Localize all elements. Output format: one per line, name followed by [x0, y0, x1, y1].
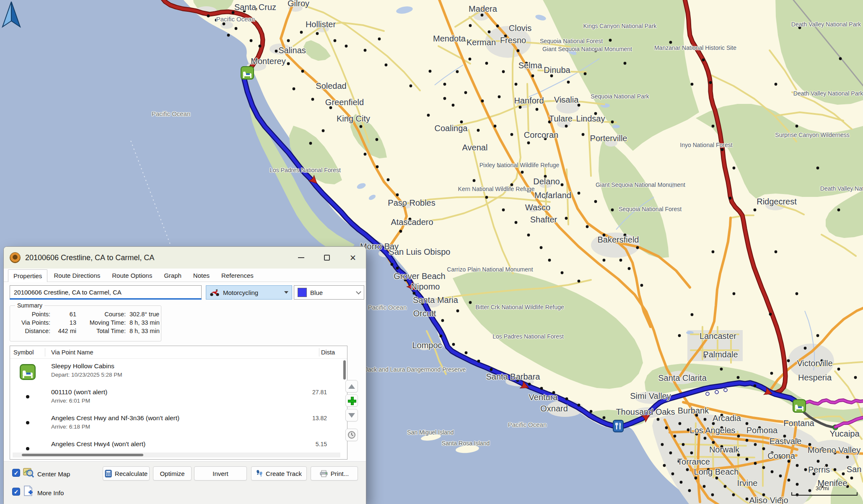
map-label: Inyo National Forest — [680, 142, 732, 148]
route-color-select[interactable]: Blue — [294, 285, 364, 300]
chevron-down-icon — [356, 289, 361, 295]
map-label: Pacific Ocean — [368, 304, 407, 311]
print-label: Print... — [331, 470, 349, 477]
summary-cell: Distance: — [10, 327, 50, 335]
more-info-checkbox[interactable]: ✓ — [12, 488, 20, 496]
activity-profile-select[interactable]: Motorcycling — [206, 285, 292, 300]
create-track-button[interactable]: Create Track — [251, 466, 307, 481]
up-arrow-icon — [348, 384, 355, 389]
move-up-button[interactable] — [345, 380, 358, 393]
close-button[interactable]: ✕ — [340, 247, 366, 269]
summary-cell: 13 — [50, 318, 76, 327]
center-map-checkbox[interactable]: ✓ — [12, 469, 20, 477]
restaurant-waypoint-icon[interactable] — [613, 420, 624, 432]
map-label: Mcfarland — [534, 191, 571, 200]
move-down-button[interactable] — [345, 409, 358, 421]
map-label: Kern National Wildlife Refuge — [458, 186, 535, 192]
tab-route-options[interactable]: Route Options — [106, 269, 158, 282]
horizontal-scrollbar-thumb[interactable] — [22, 454, 143, 456]
recalculate-button[interactable]: Recalculate — [103, 466, 150, 481]
tab-references[interactable]: References — [216, 269, 259, 282]
scale-line — [791, 492, 858, 496]
vertical-scrollbar[interactable] — [343, 360, 346, 380]
map-label: Avenal — [462, 143, 488, 152]
minimize-button[interactable] — [288, 247, 314, 269]
map-label: Madera — [469, 4, 497, 14]
map-label: Kings Canyon National Park — [583, 23, 656, 29]
via-point-row[interactable]: Sleepy Hollow CabinsDepart: 10/23/2025 5… — [10, 359, 347, 385]
time-button[interactable] — [345, 429, 358, 441]
lodging-waypoint-icon[interactable] — [793, 399, 806, 413]
map-label: Torrance — [677, 457, 710, 467]
dialog-titlebar[interactable]: 20100606 Crestline, CA to Carmel, CA ✕ — [4, 247, 366, 269]
map-label: Aliso Viejo — [749, 496, 788, 504]
via-point-name: Angeles Crest Hwy4 (won't alert) — [51, 440, 347, 448]
print-button[interactable]: Print... — [311, 466, 358, 481]
tab-notes[interactable]: Notes — [188, 269, 215, 282]
map-label: Orcutt — [413, 309, 436, 318]
map-label: Paso Robles — [388, 198, 435, 208]
via-point-row[interactable]: 001110 (won't alert)Arrive: 6:01 PM27.81 — [10, 385, 347, 411]
maximize-icon — [324, 255, 330, 261]
map-label: Nipomo — [411, 282, 440, 292]
map-label: Selma — [518, 61, 542, 70]
map-label: Grover Beach — [394, 271, 445, 281]
map-label: Kerman — [466, 38, 496, 47]
map-label: Bitter Crk National Wildlife Refuge — [475, 304, 564, 310]
route-name-input[interactable] — [10, 285, 202, 300]
map-label: Sequoia National Park — [591, 93, 649, 100]
invert-button[interactable]: Invert — [194, 466, 247, 481]
map-label: Hanford — [514, 96, 544, 106]
optimize-button[interactable]: Optimize — [153, 466, 192, 481]
scale-label: 30 mi — [816, 485, 858, 491]
north-arrow-icon — [0, 0, 23, 29]
via-point-row[interactable]: Angeles Crest Hwy and Nf-3n36 (won't ale… — [10, 411, 347, 437]
map-label: San Miguel Island — [407, 429, 454, 436]
map-label: Salinas — [278, 46, 306, 55]
horizontal-scrollbar[interactable] — [13, 452, 340, 457]
waypoint-dot-icon — [10, 414, 45, 437]
map-label: Tulare — [549, 114, 573, 124]
via-point-distance: 13.82 — [312, 415, 327, 421]
add-point-button[interactable] — [345, 394, 358, 407]
map-label: Sequoia National Forest — [619, 206, 682, 212]
via-point-time: Depart: 10/23/2025 5:28 PM — [51, 372, 347, 378]
map-label: Sequoia National Forest — [540, 38, 603, 44]
map-label: Coalinga — [435, 124, 468, 133]
map-label: Moreno Valley — [808, 445, 860, 455]
more-info-icon — [24, 486, 33, 497]
map-label: Fresno — [500, 36, 526, 45]
map-label: Visalia — [554, 95, 579, 105]
map-label: Bakersfield — [598, 235, 639, 245]
lodging-waypoint-icon[interactable] — [241, 66, 254, 80]
invert-label: Invert — [213, 470, 228, 477]
close-icon: ✕ — [350, 254, 356, 262]
map-label: Norwalk — [709, 445, 739, 455]
map-label: Santa Barbara — [486, 372, 540, 382]
map-label: Corcoran — [524, 130, 558, 140]
color-value: Blue — [310, 289, 323, 296]
clock-icon — [347, 431, 356, 439]
map-label: Death Valley National Park — [820, 185, 863, 192]
tab-properties[interactable]: Properties — [8, 269, 47, 282]
map-label: Eastvale — [770, 437, 802, 446]
summary-grid: Points:61Course:302.8° trueVia Points:13… — [10, 306, 161, 335]
maximize-button[interactable] — [314, 247, 340, 269]
color-swatch — [298, 288, 307, 297]
map-label: Greenfield — [325, 98, 364, 107]
center-map-icon — [23, 467, 34, 478]
down-arrow-icon — [348, 413, 355, 418]
tab-graph[interactable]: Graph — [158, 269, 187, 282]
summary-groupbox: Summary Points:61Course:302.8° trueVia P… — [10, 305, 161, 341]
map-label: Manzanar National Historic Site — [654, 44, 736, 51]
map-label: Death Valley National Park — [791, 21, 861, 28]
summary-cell: 442 mi — [50, 327, 76, 335]
tab-route-directions[interactable]: Route Directions — [48, 269, 106, 282]
map-label: Atascadero — [391, 217, 433, 227]
map-label: Santa Rosa Island — [442, 440, 490, 447]
summary-cell: Via Points: — [10, 318, 50, 327]
summary-cell: 61 — [50, 310, 76, 318]
map-label: Ridgecrest — [757, 197, 797, 207]
center-map-label: Center Map — [37, 470, 70, 478]
via-points-table[interactable]: Symbol Via Point Name Dista Sleepy Hollo… — [10, 346, 347, 460]
